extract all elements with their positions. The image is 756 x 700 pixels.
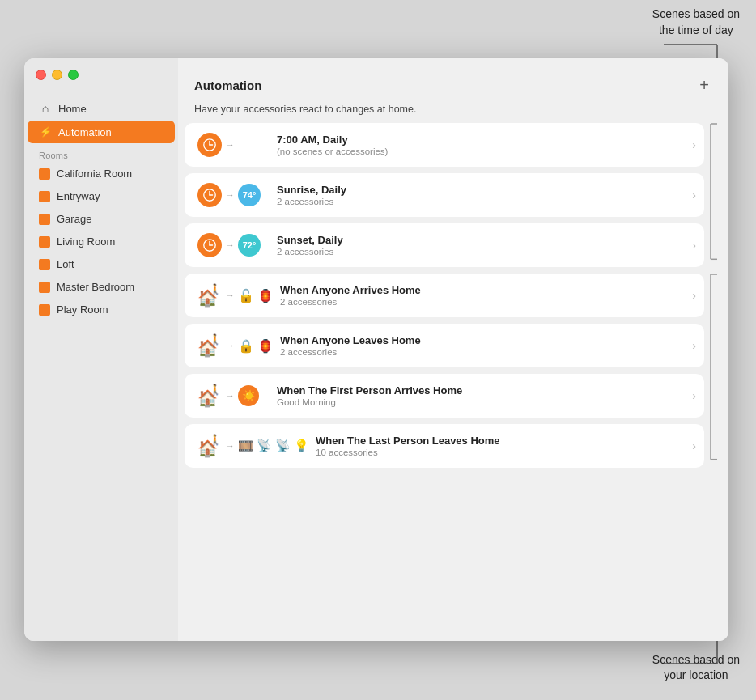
person-last-leaves-icon: 🚶 (209, 434, 222, 446)
automation-group-leaves: 🏠 🚶 → 🔒 🏮 When Anyone Leaves Home 2 acce… (185, 324, 704, 367)
sidebar-item-living-room[interactable]: Living Room (28, 231, 175, 252)
chevron-7am: › (692, 138, 696, 151)
arrow-arrives: → (225, 290, 235, 301)
automation-row-sunset[interactable]: → 72° Sunset, Daily 2 accessories › (185, 223, 704, 267)
row-name-leaves: When Anyone Leaves Home (280, 334, 691, 346)
master-bedroom-label: Master Bedroom (57, 281, 134, 293)
automation-group-sunrise: → 74° Sunrise, Daily 2 accessories › (185, 173, 704, 217)
location-bracket (704, 274, 719, 461)
row-text-last-leaves: When The Last Person Leaves Home 10 acce… (316, 435, 691, 457)
row-icons-sunrise: → 74° (197, 183, 270, 207)
row-icons-first-arrives: 🏠 🚶 → ☀️ (197, 384, 270, 408)
automation-row-first-arrives[interactable]: 🏠 🚶 → ☀️ When The First Person Arrives H… (185, 374, 704, 418)
sidebar-item-california-room[interactable]: California Room (28, 163, 175, 185)
acc4-last-leaves-icon: 💡 (294, 439, 309, 453)
automation-group-7am: → 7:00 AM, Daily (no scenes or accessori… (185, 123, 704, 167)
sidebar-item-home[interactable]: Home (28, 97, 175, 120)
arrow-7am: → (225, 139, 235, 151)
sidebar-home-label: Home (58, 103, 87, 115)
arrow-leaves: → (225, 340, 235, 351)
clock-icon-7am (197, 133, 222, 157)
loft-icon (39, 259, 50, 270)
sidebar-automation-label: Automation (58, 126, 112, 138)
automation-list: → 7:00 AM, Daily (no scenes or accessori… (178, 123, 728, 641)
arrow-first-arrives: → (225, 390, 235, 401)
sidebar-item-loft[interactable]: Loft (28, 253, 175, 275)
row-name-first-arrives: When The First Person Arrives Home (277, 384, 691, 397)
row-sub-arrives: 2 accessories (280, 297, 691, 307)
minimize-button[interactable] (52, 70, 62, 80)
temp-badge-sunrise: 74° (238, 184, 261, 206)
automation-row-7am[interactable]: → 7:00 AM, Daily (no scenes or accessori… (185, 123, 704, 167)
main-header: Automation + (178, 58, 728, 99)
automation-group-last-leaves: 🏠 🚶 → 🎞️ 📡 📡 💡 When The Last Person Leav… (185, 424, 704, 468)
row-text-arrives: When Anyone Arrives Home 2 accessories (280, 284, 691, 307)
close-button[interactable] (36, 70, 46, 80)
row-sub-first-arrives: Good Morning (277, 397, 691, 407)
row-icons-sunset: → 72° (197, 233, 270, 257)
person-first-arrives-icon: 🚶 (209, 384, 222, 396)
automation-group-arrives: 🏠 🚶 → 🔓 🏮 When Anyone Arrives Home 2 acc… (185, 274, 704, 317)
annotation-location: Scenes based onyour location (652, 652, 740, 684)
scene-leaves-icon: 🏮 (257, 338, 274, 354)
sun-first-arrives-icon: ☀️ (238, 385, 259, 406)
row-sub-sunrise: 2 accessories (277, 197, 691, 206)
automation-row-leaves[interactable]: 🏠 🚶 → 🔒 🏮 When Anyone Leaves Home 2 acce… (185, 324, 704, 367)
sidebar-item-entryway[interactable]: Entryway (28, 185, 175, 207)
living-room-label: Living Room (57, 235, 115, 248)
arrow-sunset: → (225, 240, 235, 251)
automation-group-sunset: → 72° Sunset, Daily 2 accessories › (185, 223, 704, 267)
garage-icon (39, 214, 50, 225)
acc3-last-leaves-icon: 📡 (275, 439, 291, 453)
automation-row-last-leaves[interactable]: 🏠 🚶 → 🎞️ 📡 📡 💡 When The Last Person Leav… (185, 424, 704, 468)
california-room-icon (39, 168, 50, 180)
chevron-sunrise: › (692, 189, 696, 202)
sidebar-item-garage[interactable]: Garage (28, 208, 175, 230)
scene-arrives-icon: 🏮 (257, 288, 274, 303)
automation-row-sunrise[interactable]: → 74° Sunrise, Daily 2 accessories › (185, 173, 704, 217)
row-text-7am: 7:00 AM, Daily (no scenes or accessories… (277, 134, 691, 156)
acc2-last-leaves-icon: 📡 (257, 439, 272, 453)
row-sub-sunset: 2 accessories (277, 247, 691, 257)
sidebar-item-play-room[interactable]: Play Room (28, 299, 175, 320)
row-text-sunrise: Sunrise, Daily 2 accessories (277, 184, 691, 206)
sidebar-item-automation[interactable]: Automation (28, 121, 175, 143)
page-title: Automation (194, 78, 261, 92)
row-sub-leaves: 2 accessories (280, 347, 691, 357)
row-text-sunset: Sunset, Daily 2 accessories (277, 234, 691, 257)
automation-row-arrives[interactable]: 🏠 🚶 → 🔓 🏮 When Anyone Arrives Home 2 acc… (185, 274, 704, 317)
app-window: Home Automation Rooms California Room En… (24, 58, 728, 641)
row-name-7am: 7:00 AM, Daily (277, 134, 691, 146)
sidebar-item-master-bedroom[interactable]: Master Bedroom (28, 276, 175, 298)
sidebar: Home Automation Rooms California Room En… (24, 58, 178, 641)
clock-icon-sunrise (197, 183, 222, 207)
chevron-sunset: › (692, 239, 696, 252)
chevron-leaves: › (692, 339, 696, 352)
add-button[interactable]: + (696, 77, 712, 93)
row-icons-last-leaves: 🏠 🚶 → 🎞️ 📡 📡 💡 (197, 434, 309, 458)
main-content: Automation + Have your accessories react… (178, 58, 728, 641)
garage-label: Garage (57, 213, 91, 225)
play-room-label: Play Room (57, 303, 108, 316)
row-name-last-leaves: When The Last Person Leaves Home (316, 435, 691, 447)
arrow-last-leaves: → (225, 440, 235, 452)
loft-label: Loft (57, 258, 74, 270)
row-sub-7am: (no scenes or accessories) (277, 146, 691, 156)
california-room-label: California Room (57, 168, 132, 180)
rooms-section-label: Rooms (24, 144, 178, 163)
home-icon (39, 102, 52, 115)
row-name-sunrise: Sunrise, Daily (277, 184, 691, 196)
lock-leaves-icon: 🔒 (238, 338, 254, 354)
entryway-icon (39, 191, 50, 202)
clock-icon-sunset (197, 233, 222, 257)
fullscreen-button[interactable] (68, 70, 79, 80)
time-bracket (704, 123, 719, 261)
row-text-first-arrives: When The First Person Arrives Home Good … (277, 384, 691, 407)
master-bedroom-icon (39, 282, 50, 293)
automation-icon (39, 125, 52, 138)
chevron-first-arrives: › (692, 389, 696, 402)
row-icons-leaves: 🏠 🚶 → 🔒 🏮 (197, 333, 274, 358)
row-icons-7am: → (197, 133, 270, 157)
row-text-leaves: When Anyone Leaves Home 2 accessories (280, 334, 691, 357)
arrow-sunrise: → (225, 189, 235, 201)
